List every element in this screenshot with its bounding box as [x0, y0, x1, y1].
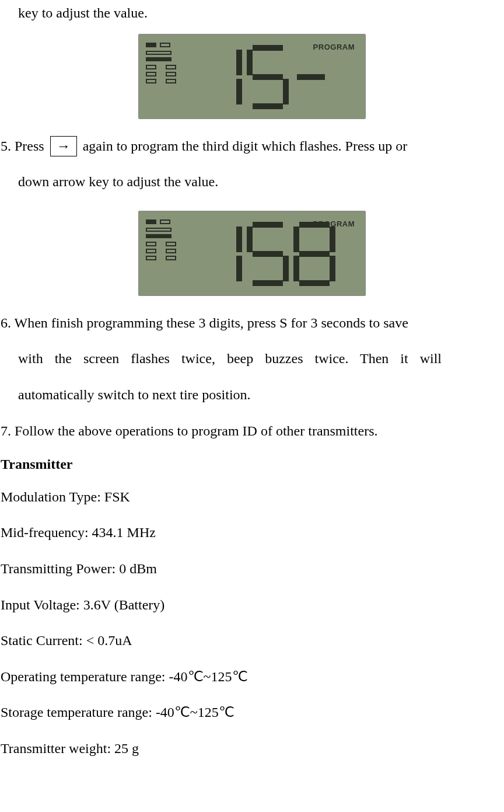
fragment-top-line: key to adjust the value. [1, 0, 503, 27]
step5-post: again to program the third digit which f… [83, 138, 408, 154]
transmitter-title: Transmitter [1, 451, 503, 478]
spec-weight: Transmitter weight: 25 g [1, 732, 503, 766]
spec-storage-temp: Storage temperature range: -40℃~125℃ [1, 696, 503, 730]
digit-1 [200, 222, 242, 286]
spec-current: Static Current: < 0.7uA [1, 624, 503, 658]
step-6-line1: 6. When finish programming these 3 digit… [1, 306, 503, 340]
step-5: 5. Press → again to program the third di… [1, 130, 503, 163]
spec-modulation: Modulation Type: FSK [1, 480, 503, 514]
lcd-display-1: PROGRAM [138, 34, 366, 119]
spec-power: Transmitting Power: 0 dBm [1, 552, 503, 586]
digit-1 [200, 45, 242, 109]
step5-line2: down arrow key to adjust the value. [1, 165, 503, 199]
digit-5 [247, 222, 289, 286]
lcd-digits [200, 222, 335, 286]
arrow-right-button: → [50, 136, 77, 157]
spec-op-temp: Operating temperature range: -40℃~125℃ [1, 660, 503, 694]
lcd-left-diagram [146, 219, 187, 260]
spec-voltage: Input Voltage: 3.6V (Battery) [1, 588, 503, 622]
lcd-digits [200, 45, 328, 109]
step-6-line3: automatically switch to next tire positi… [1, 378, 503, 412]
step-7: 7. Follow the above operations to progra… [1, 414, 503, 448]
digit-dash [293, 45, 328, 109]
digit-5 [247, 45, 289, 109]
spec-midfreq: Mid-frequency: 434.1 MHz [1, 516, 503, 550]
lcd-display-2: PROGRAM [138, 211, 366, 296]
step5-pre: 5. Press [1, 138, 44, 154]
lcd-left-diagram [146, 43, 187, 83]
step-6-line2: with the screen flashes twice, beep buzz… [1, 342, 503, 376]
digit-8 [293, 222, 335, 286]
